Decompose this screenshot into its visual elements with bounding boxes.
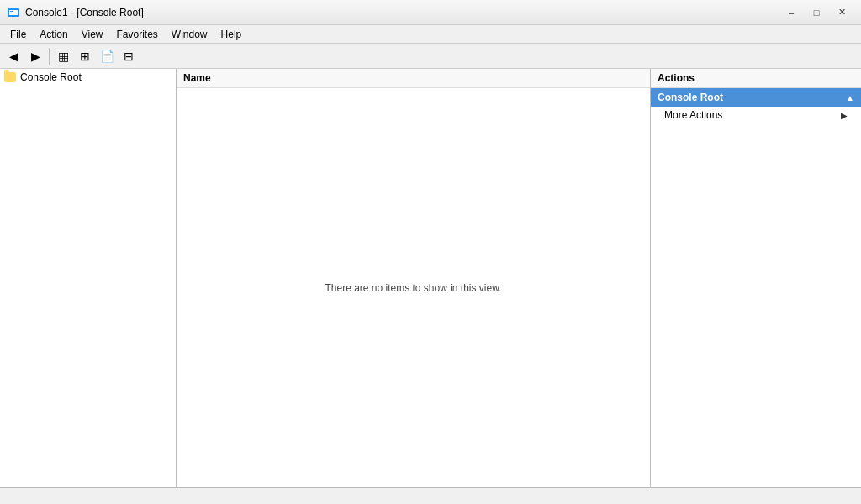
actions-group-console-root: Console Root ▲ [651,88,861,107]
actions-group-title-label: Console Root [658,92,723,103]
window-controls: – □ ✕ [779,4,854,21]
svg-rect-3 [10,13,15,13]
toolbar-btn-show-hide[interactable]: ▦ [53,46,73,66]
toolbar-btn-back[interactable]: ◀ [3,46,24,66]
actions-item-submenu-arrow-icon: ▶ [841,111,848,120]
status-bar [0,487,861,504]
column-name-header: Name [177,69,650,88]
toolbar-btn-new-window[interactable]: ⊞ [75,46,95,66]
tree-pane: Console Root [0,69,177,487]
toolbar-btn-properties[interactable]: ⊟ [119,46,139,66]
menu-item-view[interactable]: View [75,27,110,42]
actions-item-more-actions[interactable]: More Actions ▶ [651,107,861,123]
center-pane: Name There are no items to show in this … [177,69,651,487]
maximize-button[interactable]: □ [804,4,829,21]
menu-item-action[interactable]: Action [33,27,74,42]
empty-message: There are no items to show in this view. [177,88,650,487]
actions-pane: Actions Console Root ▲ More Actions ▶ [651,69,861,487]
toolbar-btn-forward[interactable]: ▶ [25,46,45,66]
menu-item-help[interactable]: Help [214,27,249,42]
actions-group-arrow-icon: ▲ [846,93,854,102]
title-bar: Console1 - [Console Root] – □ ✕ [0,0,861,25]
menu-item-file[interactable]: File [3,27,33,42]
tree-item-label: Console Root [20,71,82,83]
menu-bar: FileActionViewFavoritesWindowHelp [0,25,861,44]
main-area: Console Root Name There are no items to … [0,69,861,487]
actions-item-label: More Actions [664,109,722,121]
minimize-button[interactable]: – [779,4,804,21]
toolbar: ◀▶▦⊞📄⊟ [0,44,861,69]
close-button[interactable]: ✕ [829,4,854,21]
menu-item-window[interactable]: Window [165,27,214,42]
actions-pane-header: Actions [651,69,861,88]
app-icon [7,6,20,19]
window-title: Console1 - [Console Root] [25,7,144,18]
toolbar-btn-export[interactable]: 📄 [97,46,117,66]
menu-item-favorites[interactable]: Favorites [110,27,165,42]
folder-icon [3,71,17,84]
tree-item-console-root[interactable]: Console Root [0,69,176,86]
svg-rect-2 [10,11,13,12]
toolbar-separator [49,48,50,65]
